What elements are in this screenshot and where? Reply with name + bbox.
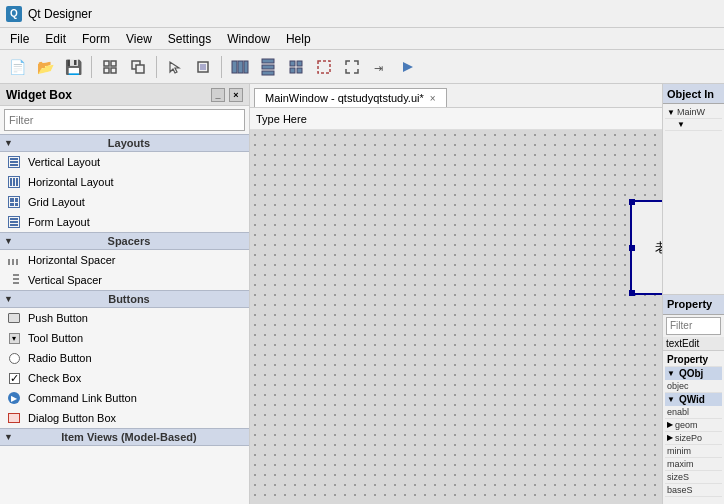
prop-sizeinc-label: sizeS	[667, 472, 720, 482]
widget-tool-button[interactable]: ▾ Tool Button	[0, 328, 249, 348]
toolbar-cut-button[interactable]	[97, 54, 123, 80]
svg-rect-1	[111, 61, 116, 66]
svg-rect-12	[262, 59, 274, 63]
widget-vertical-spacer[interactable]: Vertical Spacer	[0, 270, 249, 290]
property-editor-header: Property	[663, 295, 724, 315]
toolbar-tab-order[interactable]: ⇥	[367, 54, 393, 80]
property-objectname[interactable]: objec	[665, 380, 722, 393]
toolbar-layout-grid[interactable]	[283, 54, 309, 80]
menu-help[interactable]: Help	[278, 30, 319, 48]
section-buttons[interactable]: ▼ Buttons	[0, 290, 249, 308]
widget-list: ▼ Layouts Vertical Layout Horizontal Lay…	[0, 134, 249, 504]
section-spacers[interactable]: ▼ Spacers	[0, 232, 249, 250]
widget-vertical-layout[interactable]: Vertical Layout	[0, 152, 249, 172]
horizontal-layout-label: Horizontal Layout	[28, 176, 114, 188]
toolbar-preview[interactable]	[395, 54, 421, 80]
resize-handle-ml[interactable]	[629, 245, 635, 251]
vertical-spacer-label: Vertical Spacer	[28, 274, 102, 286]
tool-button-label: Tool Button	[28, 332, 83, 344]
widget-horizontal-spacer[interactable]: Horizontal Spacer	[0, 250, 249, 270]
resize-handle-bl[interactable]	[629, 290, 635, 296]
toolbar-layout-v[interactable]	[255, 54, 281, 80]
toolbar-layout-h[interactable]	[227, 54, 253, 80]
radio-button-label: Radio Button	[28, 352, 92, 364]
prop-basesz[interactable]: baseS	[665, 484, 722, 497]
canvas-menubar[interactable]: Type Here	[250, 108, 662, 130]
widget-command-link-button[interactable]: ▶ Command Link Button	[0, 388, 249, 408]
menu-window[interactable]: Window	[219, 30, 278, 48]
object-mainwindow[interactable]: ▼ MainW	[665, 106, 722, 119]
section-layouts[interactable]: ▼ Layouts	[0, 134, 249, 152]
section-spacers-arrow: ▼	[4, 236, 13, 246]
resize-handle-tl[interactable]	[629, 199, 635, 205]
widget-push-button[interactable]: Push Button	[0, 308, 249, 328]
toolbar-widget-mode[interactable]	[190, 54, 216, 80]
widget-form-layout[interactable]: Form Layout	[0, 212, 249, 232]
vertical-layout-label: Vertical Layout	[28, 156, 100, 168]
toolbar-adjust-size[interactable]	[339, 54, 365, 80]
menu-form[interactable]: Form	[74, 30, 118, 48]
svg-rect-16	[297, 61, 302, 66]
horizontal-spacer-label: Horizontal Spacer	[28, 254, 115, 266]
toolbar-new-button[interactable]: 📄	[4, 54, 30, 80]
widget-horizontal-layout[interactable]: Horizontal Layout	[0, 172, 249, 192]
canvas-tab-mainwindow[interactable]: MainWindow - qtstudyqtstudy.ui* ×	[254, 88, 447, 107]
toolbar-open-button[interactable]: 📂	[32, 54, 58, 80]
property-editor-title: Property	[667, 298, 712, 310]
widget-dialog-button-box[interactable]: Dialog Button Box	[0, 408, 249, 428]
menu-file[interactable]: File	[2, 30, 37, 48]
canvas-menubar-text: Type Here	[256, 113, 307, 125]
command-link-label: Command Link Button	[28, 392, 137, 404]
canvas-content[interactable]: 老子弄好了	[250, 130, 662, 504]
tool-button-icon: ▾	[6, 330, 22, 346]
property-section-qobj[interactable]: ▼ QObj	[665, 367, 722, 380]
svg-rect-3	[111, 68, 116, 73]
widget-box-float-button[interactable]: _	[211, 88, 225, 102]
menu-edit[interactable]: Edit	[37, 30, 74, 48]
object-name: MainW	[677, 107, 720, 117]
toolbar-copy-button[interactable]	[125, 54, 151, 80]
widget-box-close-button[interactable]: ×	[229, 88, 243, 102]
object-inspector: Object In ▼ MainW ▼	[663, 84, 724, 295]
widget-grid-layout[interactable]: Grid Layout	[0, 192, 249, 212]
command-link-icon: ▶	[6, 390, 22, 406]
prop-basesz-label: baseS	[667, 485, 720, 495]
check-box-label: Check Box	[28, 372, 81, 384]
canvas-area: MainWindow - qtstudyqtstudy.ui* × Type H…	[250, 84, 662, 504]
property-section-qwid[interactable]: ▼ QWid	[665, 393, 722, 406]
menu-view[interactable]: View	[118, 30, 160, 48]
toolbar-separator-2	[156, 56, 157, 78]
menu-settings[interactable]: Settings	[160, 30, 219, 48]
prop-sizepolicy[interactable]: ▶ sizePo	[665, 432, 722, 445]
prop-enabled-label: enabl	[667, 407, 720, 417]
widget-check-box[interactable]: ✓ Check Box	[0, 368, 249, 388]
prop-geometry[interactable]: ▶ geom	[665, 419, 722, 432]
prop-sizeincrement[interactable]: sizeS	[665, 471, 722, 484]
selected-widget[interactable]: 老子弄好了	[630, 200, 662, 295]
section-item-views[interactable]: ▼ Item Views (Model-Based)	[0, 428, 249, 446]
object-child[interactable]: ▼	[665, 119, 722, 131]
prop-maximumsize[interactable]: maxim	[665, 458, 722, 471]
property-header: Property	[667, 354, 708, 365]
svg-rect-10	[238, 61, 243, 73]
toolbar-widget-pointer[interactable]	[162, 54, 188, 80]
widget-radio-button[interactable]: Radio Button	[0, 348, 249, 368]
app-title: Qt Designer	[28, 7, 92, 21]
check-box-icon: ✓	[6, 370, 22, 386]
prop-enabled[interactable]: enabl	[665, 406, 722, 419]
property-filter[interactable]	[666, 317, 721, 335]
section-item-views-arrow: ▼	[4, 432, 13, 442]
svg-rect-9	[232, 61, 237, 73]
widget-box-filter[interactable]	[4, 109, 245, 131]
svg-rect-14	[262, 71, 274, 75]
menu-bar: File Edit Form View Settings Window Help	[0, 28, 724, 50]
canvas-tab-close-button[interactable]: ×	[430, 93, 436, 104]
section-buttons-label: Buttons	[108, 293, 150, 305]
property-object-name: textEdit	[663, 337, 724, 351]
toolbar-save-button[interactable]: 💾	[60, 54, 86, 80]
toolbar-break-layout[interactable]	[311, 54, 337, 80]
prop-minimumsize[interactable]: minim	[665, 445, 722, 458]
section-layouts-label: Layouts	[108, 137, 150, 149]
title-bar: Q Qt Designer	[0, 0, 724, 28]
sizepol-arrow: ▶	[667, 433, 673, 442]
